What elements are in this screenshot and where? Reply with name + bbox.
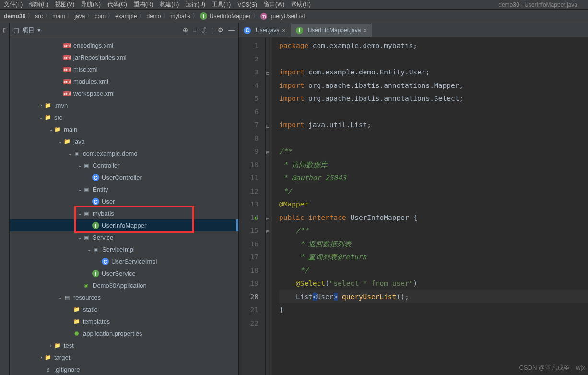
tool-window-stripe[interactable]: ▯ bbox=[0, 23, 10, 375]
tree-item[interactable]: 📁static bbox=[10, 303, 238, 315]
tree-item[interactable]: IUserService bbox=[10, 267, 238, 279]
breadcrumb: demo30〉 src〉 main〉 java〉 com〉 example〉 d… bbox=[0, 10, 588, 23]
tree-item[interactable]: ⌄▣Controller bbox=[10, 159, 238, 171]
select-opened-icon[interactable]: ⊕ bbox=[183, 26, 188, 34]
close-icon[interactable]: × bbox=[363, 27, 367, 34]
menu-item[interactable]: 运行(U) bbox=[186, 0, 205, 9]
menu-item[interactable]: 帮助(H) bbox=[291, 0, 311, 9]
menu-item[interactable]: 窗口(W) bbox=[264, 0, 284, 9]
menu-item[interactable]: 重构(R) bbox=[134, 0, 153, 9]
chevron-down-icon[interactable]: ▾ bbox=[37, 26, 41, 34]
menu-item[interactable]: 文件(F) bbox=[4, 0, 23, 9]
expand-all-icon[interactable]: ≡ bbox=[193, 26, 197, 34]
tree-item[interactable]: IUserInfoMapper bbox=[10, 219, 238, 231]
tree-item[interactable]: CUserController bbox=[10, 171, 238, 183]
code-area[interactable]: 1234567891011121314◐1516171819202122 ⊟⊟⊟… bbox=[239, 37, 588, 375]
gear-icon[interactable]: ⚙ bbox=[218, 26, 223, 34]
tree-item[interactable]: CUserServiceImpl bbox=[10, 255, 238, 267]
menu-item[interactable]: 视图(V) bbox=[55, 0, 74, 9]
crumb[interactable]: src bbox=[35, 13, 43, 20]
crumb[interactable]: com bbox=[94, 13, 106, 20]
tree-item[interactable]: 🗎.gitignore bbox=[10, 363, 238, 375]
menu-item[interactable]: VCS(S) bbox=[237, 1, 257, 8]
menu-item[interactable]: 导航(N) bbox=[81, 0, 101, 9]
crumb[interactable]: example bbox=[115, 13, 137, 20]
tree-item[interactable]: ⌄▣mybatis bbox=[10, 207, 238, 219]
project-tree[interactable]: xmlencodings.xmlxmljarRepositories.xmlxm… bbox=[10, 37, 238, 375]
tree-item[interactable]: xmlmisc.xml bbox=[10, 63, 238, 75]
tree-item[interactable]: 📁templates bbox=[10, 315, 238, 327]
project-panel: ▢ 项目 ▾ ⊕ ≡ ⇵ | ⚙ — xmlencodings.xmlxmlja… bbox=[10, 23, 239, 375]
tree-item[interactable]: ⌄▣Entity bbox=[10, 183, 238, 195]
crumb[interactable]: mybatis bbox=[170, 13, 190, 20]
crumb[interactable]: IUserInfoMapper bbox=[200, 12, 251, 20]
close-icon[interactable]: × bbox=[282, 27, 286, 34]
menu-item[interactable]: 构建(B) bbox=[160, 0, 179, 9]
panel-title[interactable]: 项目 bbox=[22, 26, 35, 35]
project-icon: ▢ bbox=[13, 26, 19, 34]
separator: | bbox=[212, 26, 213, 34]
tree-item[interactable]: xmlmodules.xml bbox=[10, 75, 238, 87]
tree-item[interactable]: ⌄▣com.example.demo bbox=[10, 147, 238, 159]
crumb[interactable]: java bbox=[74, 13, 85, 20]
tab-userinfomapper[interactable]: IUserInfoMapper.java× bbox=[291, 24, 372, 37]
tree-item[interactable]: ›📁target bbox=[10, 351, 238, 363]
hide-icon[interactable]: — bbox=[228, 26, 235, 34]
tree-item[interactable]: ⌄📁main bbox=[10, 123, 238, 135]
crumb[interactable]: demo bbox=[146, 13, 161, 20]
code-content[interactable]: package com.example.demo.mybatis; import… bbox=[272, 37, 588, 375]
tree-item[interactable]: ⌄📁src bbox=[10, 111, 238, 123]
menu-item[interactable]: 工具(T) bbox=[212, 0, 231, 9]
menu-item[interactable]: 编辑(E) bbox=[29, 0, 48, 9]
tree-item[interactable]: ◉Demo30Application bbox=[10, 279, 238, 291]
tree-item[interactable]: ⬣application.properties bbox=[10, 327, 238, 339]
tree-item[interactable]: ⌄📁java bbox=[10, 135, 238, 147]
tree-item[interactable]: ⌄▣ServiceImpl bbox=[10, 243, 238, 255]
tree-item[interactable]: ⌄▤resources bbox=[10, 291, 238, 303]
line-gutter[interactable]: 1234567891011121314◐1516171819202122 bbox=[239, 37, 266, 375]
tree-item[interactable]: ›📁test bbox=[10, 339, 238, 351]
menu-item[interactable]: 代码(C) bbox=[107, 0, 127, 9]
editor-tabs: CUser.java× IUserInfoMapper.java× bbox=[239, 23, 588, 37]
tab-user[interactable]: CUser.java× bbox=[239, 24, 291, 37]
tree-item[interactable]: xmljarRepositories.xml bbox=[10, 51, 238, 63]
fold-column[interactable]: ⊟⊟⊟⊟⊟ bbox=[266, 37, 272, 375]
menu-bar: 文件(F) 编辑(E) 视图(V) 导航(N) 代码(C) 重构(R) 构建(B… bbox=[0, 0, 588, 10]
tree-item[interactable]: ›📁.mvn bbox=[10, 99, 238, 111]
editor: CUser.java× IUserInfoMapper.java× 123456… bbox=[239, 23, 588, 375]
tree-item[interactable]: xmlencodings.xml bbox=[10, 39, 238, 51]
crumb[interactable]: demo30 bbox=[4, 13, 25, 20]
crumb[interactable]: mqueryUserList bbox=[260, 13, 305, 20]
tree-item[interactable]: ⌄▣Service bbox=[10, 231, 238, 243]
collapse-all-icon[interactable]: ⇵ bbox=[201, 26, 207, 34]
panel-header: ▢ 项目 ▾ ⊕ ≡ ⇵ | ⚙ — bbox=[10, 23, 238, 37]
crumb[interactable]: main bbox=[52, 13, 65, 20]
watermark: CSDN @革凡成圣—wjx bbox=[519, 363, 585, 372]
window-title: demo30 - UserInfoMapper.java bbox=[498, 1, 577, 8]
tree-item[interactable]: CUser bbox=[10, 195, 238, 207]
tree-item[interactable]: xmlworkspace.xml bbox=[10, 87, 238, 99]
